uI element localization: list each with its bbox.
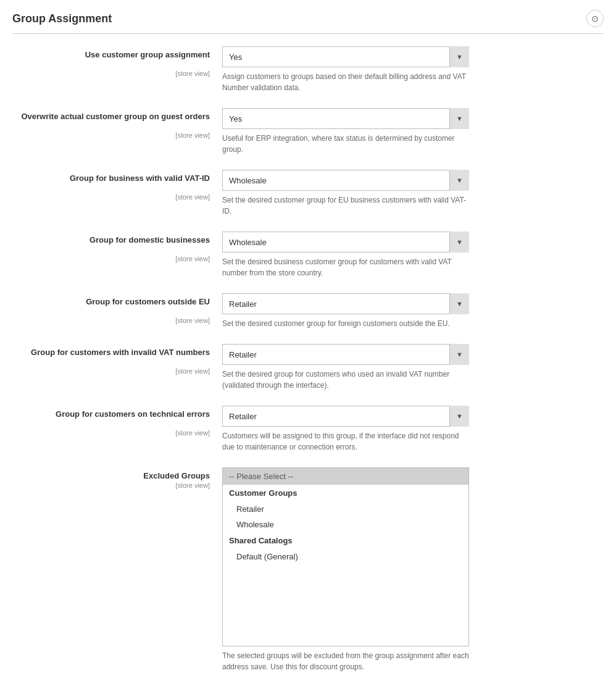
form-row-group_invalid_vat: Group for customers with invalid VAT num… — [12, 344, 604, 391]
description-use_customer_group: Assign customers to groups based on thei… — [222, 71, 469, 93]
select-wrapper-overwrite_guest: YesNo▼ — [222, 108, 469, 129]
select-wrapper-group_domestic: WholesaleRetailerGeneral▼ — [222, 232, 469, 253]
field-col-group_invalid_vat: RetailerWholesaleGeneral▼Set the desired… — [222, 344, 488, 391]
field-col-overwrite_guest: YesNo▼Useful for ERP integration, where … — [222, 108, 488, 155]
label-group_domestic: Group for domestic businesses — [19, 235, 210, 245]
select-wrapper-group_invalid_vat: RetailerWholesaleGeneral▼ — [222, 344, 469, 365]
select-group_technical_errors[interactable]: RetailerWholesaleGeneral — [222, 406, 469, 427]
field-col-group_domestic: WholesaleRetailerGeneral▼Set the desired… — [222, 232, 488, 278]
description-group_technical_errors: Customers will be assigned to this group… — [222, 430, 469, 453]
select-wrapper-group_technical_errors: RetailerWholesaleGeneral▼ — [222, 406, 469, 427]
description-group_invalid_vat: Set the desired group for customers who … — [222, 369, 469, 391]
select-group_domestic[interactable]: WholesaleRetailerGeneral — [222, 232, 469, 253]
excluded-groups-select-wrapper: -- Please Select --Customer GroupsRetail… — [222, 467, 469, 646]
section-header: Group Assignment ⊙ — [12, 10, 604, 34]
label-col-use_customer_group: Use customer group assignment[store view… — [19, 46, 222, 78]
field-col-group_technical_errors: RetailerWholesaleGeneral▼Customers will … — [222, 406, 488, 453]
select-wrapper-group_outside_eu: RetailerWholesaleGeneral▼ — [222, 293, 469, 314]
multiselect-placeholder[interactable]: -- Please Select -- — [223, 468, 468, 485]
select-group_outside_eu[interactable]: RetailerWholesaleGeneral — [222, 293, 469, 314]
multiselect-option[interactable]: Default (General) — [223, 549, 468, 564]
form-row-overwrite_guest: Overwrite actual customer group on guest… — [12, 108, 604, 155]
excluded-groups-field-col: -- Please Select --Customer GroupsRetail… — [222, 467, 488, 672]
label-col-group_technical_errors: Group for customers on technical errors[… — [19, 406, 222, 437]
excluded-groups-row: Excluded Groups [store view] -- Please S… — [12, 467, 604, 672]
store-view-group_outside_eu: [store view] — [175, 317, 210, 324]
form-row-use_customer_group: Use customer group assignment[store view… — [12, 46, 604, 93]
description-group_valid_vat: Set the desired customer group for EU bu… — [222, 194, 469, 217]
select-group_invalid_vat[interactable]: RetailerWholesaleGeneral — [222, 344, 469, 365]
form-row-group_outside_eu: Group for customers outside EU[store vie… — [12, 293, 604, 329]
store-view-group_invalid_vat: [store view] — [175, 367, 210, 375]
form-row-group_domestic: Group for domestic businesses[store view… — [12, 232, 604, 278]
field-col-use_customer_group: YesNo▼Assign customers to groups based o… — [222, 46, 488, 93]
description-group_outside_eu: Set the desired customer group for forei… — [222, 318, 469, 329]
multiselect-group-label: Customer Groups — [223, 485, 468, 501]
multiselect-option[interactable]: Retailer — [223, 501, 468, 517]
section-title: Group Assignment — [12, 12, 112, 25]
field-col-group_outside_eu: RetailerWholesaleGeneral▼Set the desired… — [222, 293, 488, 329]
multiselect-group-label: Shared Catalogs — [223, 532, 468, 549]
collapse-button[interactable]: ⊙ — [586, 10, 604, 27]
store-view-use_customer_group: [store view] — [175, 70, 210, 77]
excluded-groups-description: The selected groups will be excluded fro… — [222, 650, 469, 672]
form-row-group_technical_errors: Group for customers on technical errors[… — [12, 406, 604, 453]
label-group_outside_eu: Group for customers outside EU — [19, 297, 210, 306]
store-view-overwrite_guest: [store view] — [175, 132, 210, 139]
form-rows: Use customer group assignment[store view… — [12, 46, 604, 453]
page-container: Group Assignment ⊙ Use customer group as… — [0, 0, 616, 694]
multiselect-option[interactable]: Wholesale — [223, 517, 468, 532]
label-group_valid_vat: Group for business with valid VAT-ID — [19, 174, 210, 183]
label-use_customer_group: Use customer group assignment — [19, 50, 210, 59]
label-col-group_outside_eu: Group for customers outside EU[store vie… — [19, 293, 222, 325]
form-row-group_valid_vat: Group for business with valid VAT-ID[sto… — [12, 170, 604, 217]
store-view-group_technical_errors: [store view] — [175, 429, 210, 437]
excluded-groups-label: Excluded Groups — [19, 471, 210, 480]
select-wrapper-group_valid_vat: WholesaleRetailerGeneral▼ — [222, 170, 469, 191]
label-col-overwrite_guest: Overwrite actual customer group on guest… — [19, 108, 222, 140]
label-overwrite_guest: Overwrite actual customer group on guest… — [19, 112, 210, 121]
excluded-groups-multiselect[interactable]: -- Please Select --Customer GroupsRetail… — [222, 467, 469, 646]
label-col-group_invalid_vat: Group for customers with invalid VAT num… — [19, 344, 222, 375]
label-group_technical_errors: Group for customers on technical errors — [19, 409, 210, 419]
select-overwrite_guest[interactable]: YesNo — [222, 108, 469, 129]
field-col-group_valid_vat: WholesaleRetailerGeneral▼Set the desired… — [222, 170, 488, 217]
select-group_valid_vat[interactable]: WholesaleRetailerGeneral — [222, 170, 469, 191]
description-group_domestic: Set the desired business customer group … — [222, 256, 469, 278]
label-col-group_valid_vat: Group for business with valid VAT-ID[sto… — [19, 170, 222, 201]
select-use_customer_group[interactable]: YesNo — [222, 46, 469, 67]
label-group_invalid_vat: Group for customers with invalid VAT num… — [19, 348, 210, 357]
excluded-groups-store-view: [store view] — [175, 482, 210, 489]
label-col-group_domestic: Group for domestic businesses[store view… — [19, 232, 222, 263]
excluded-groups-label-col: Excluded Groups [store view] — [19, 467, 222, 490]
store-view-group_domestic: [store view] — [175, 255, 210, 262]
store-view-group_valid_vat: [store view] — [175, 193, 210, 201]
select-wrapper-use_customer_group: YesNo▼ — [222, 46, 469, 67]
description-overwrite_guest: Useful for ERP integration, where tax st… — [222, 133, 469, 155]
